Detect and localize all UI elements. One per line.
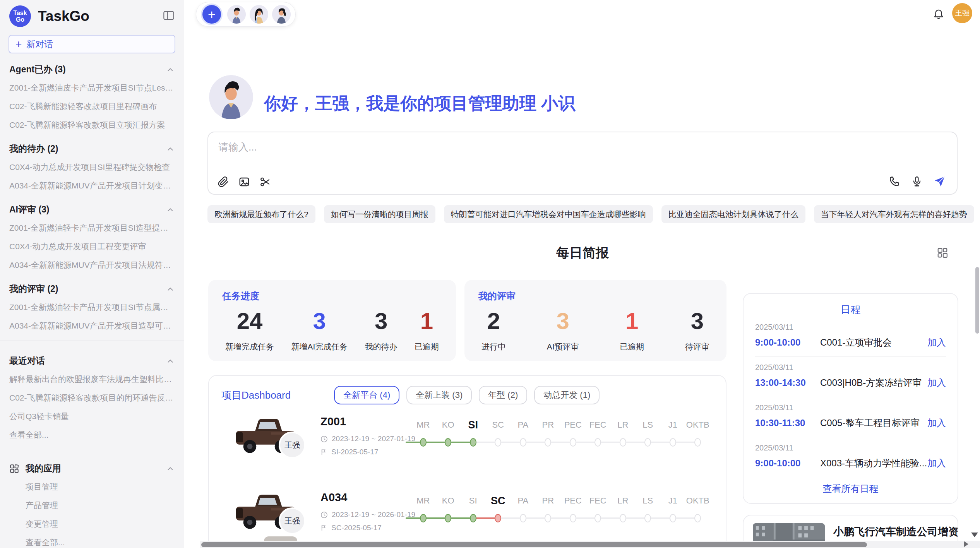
milestone-dot[interactable] bbox=[520, 438, 526, 447]
milestone-dot[interactable] bbox=[620, 438, 626, 447]
suggestion-chip[interactable]: 特朗普可能对进口汽车增税会对中国车企造成哪些影响 bbox=[444, 205, 653, 223]
notifications-bell-icon[interactable] bbox=[933, 9, 944, 20]
milestone-dot[interactable] bbox=[644, 438, 651, 447]
conversation-item[interactable]: C0X4-动力总成开发项目工程变更评审 bbox=[0, 237, 184, 256]
conversation-item[interactable]: C02-飞腾新能源轻客改款项目立项汇报方案 bbox=[0, 116, 184, 134]
conversation-item[interactable]: A034-全新新能源MUV产品开发项目造型可行性评审 bbox=[0, 317, 184, 335]
dashboard-tab[interactable]: 全新上装 (3) bbox=[406, 386, 472, 404]
schedule-line: 13:00-14:30C003|H0B-方案冻结评审加入 bbox=[755, 377, 946, 389]
conversation-item[interactable]: C02-飞腾新能源轻客改款项目里程碑画布 bbox=[0, 97, 184, 116]
milestone-dot[interactable] bbox=[445, 514, 451, 522]
suggestion-chip[interactable]: 当下年轻人对汽车外观有怎样的喜好趋势 bbox=[814, 205, 974, 223]
scissors-icon[interactable] bbox=[259, 176, 271, 188]
milestone-dot[interactable] bbox=[420, 438, 427, 447]
layout-grid-icon[interactable] bbox=[937, 247, 948, 259]
app-sub-item[interactable]: 项目管理 bbox=[0, 478, 184, 496]
section-header-recent[interactable]: 最近对话 bbox=[0, 346, 184, 370]
app-logo-line2: Go bbox=[16, 16, 24, 23]
sidebar-item-my-apps[interactable]: 我的应用 bbox=[0, 456, 184, 478]
section-header-1[interactable]: 我的待办 (2) bbox=[0, 134, 184, 158]
new-chat-button[interactable]: + 新对话 bbox=[9, 35, 175, 53]
vertical-scrollbar-thumb[interactable] bbox=[975, 267, 979, 334]
app-sub-item[interactable]: 产品管理 bbox=[0, 496, 184, 515]
conversation-item[interactable]: A034-全新新能源MUV产品开发项目法规符合性评审 bbox=[0, 256, 184, 274]
milestone-dot[interactable] bbox=[545, 514, 551, 522]
mic-icon[interactable] bbox=[911, 176, 923, 187]
suggestion-chip[interactable]: 如何写一份清晰的项目周报 bbox=[324, 205, 435, 223]
conversation-item[interactable]: 查看全部... bbox=[0, 426, 184, 444]
milestone-dot[interactable] bbox=[520, 514, 526, 522]
conversation-item[interactable]: 公司Q3轻卡销量 bbox=[0, 407, 184, 426]
schedule-time: 9:00-10:00 bbox=[755, 458, 816, 469]
milestone-dot[interactable] bbox=[644, 514, 651, 522]
phone-icon[interactable] bbox=[889, 176, 900, 187]
milestone-label: SI bbox=[460, 494, 486, 507]
conversation-item[interactable]: A034-全新新能源MUV产品开发项目计划变更表编写 bbox=[0, 176, 184, 195]
milestone-dot[interactable] bbox=[470, 514, 476, 522]
milestone-dot[interactable] bbox=[670, 514, 676, 522]
suggestion-chip[interactable]: 比亚迪全固态电池计划具体说了什么 bbox=[661, 205, 805, 223]
sidebar-collapse-icon[interactable] bbox=[163, 10, 175, 21]
join-link[interactable]: 加入 bbox=[927, 377, 946, 389]
milestone-label: PR bbox=[535, 418, 561, 432]
milestone-dot[interactable] bbox=[595, 438, 601, 447]
conversation-item[interactable]: Z001-全新燃油轻卡产品开发项目SI节点属性5D文件评审 bbox=[0, 298, 184, 317]
section-header-2[interactable]: AI评审 (3) bbox=[0, 195, 184, 219]
milestone-dot[interactable] bbox=[445, 438, 451, 447]
attachment-icon[interactable] bbox=[218, 176, 229, 188]
milestone-dot[interactable] bbox=[470, 438, 476, 447]
schedule-date: 2025/03/11 bbox=[755, 363, 946, 372]
milestone-line bbox=[498, 517, 523, 519]
milestone-dot[interactable] bbox=[670, 438, 676, 447]
join-link[interactable]: 加入 bbox=[927, 457, 946, 469]
agent-avatar-woman-long-hair[interactable] bbox=[250, 5, 268, 24]
send-icon[interactable] bbox=[934, 175, 946, 188]
view-all-schedule-link[interactable]: 查看所有日程 bbox=[744, 483, 958, 495]
schedule-item[interactable]: 2025/03/1113:00-14:30C003|H0B-方案冻结评审加入 bbox=[755, 356, 946, 397]
dashboard-tab[interactable]: 动总开发 (1) bbox=[534, 386, 600, 404]
agent-avatar-woman-dark-top[interactable] bbox=[272, 5, 291, 24]
app-sub-item[interactable]: 查看全部... bbox=[0, 533, 184, 548]
project-row-Z001[interactable]: 王强Z0012023-12-19 ~ 2027-01-19SI-2025-05-… bbox=[209, 407, 726, 483]
horizontal-scrollbar-thumb[interactable] bbox=[201, 542, 867, 547]
app-sub-item[interactable]: 变更管理 bbox=[0, 515, 184, 533]
image-icon[interactable] bbox=[238, 176, 250, 188]
user-avatar[interactable]: 王强 bbox=[952, 3, 972, 23]
milestone-label: OKTB bbox=[685, 418, 711, 432]
conversation-item[interactable]: C02-飞腾新能源轻客改款项目的闭环通告反馈情况 bbox=[0, 389, 184, 407]
dashboard-tab[interactable]: 全新平台 (4) bbox=[334, 386, 399, 404]
milestone-dot[interactable] bbox=[595, 514, 601, 522]
milestone-dot[interactable] bbox=[570, 514, 576, 522]
join-link[interactable]: 加入 bbox=[927, 336, 946, 349]
milestone-dot[interactable] bbox=[420, 514, 427, 522]
add-agent-button[interactable]: + bbox=[201, 3, 223, 25]
schedule-item[interactable]: 2025/03/1110:30-11:30C005-整车工程目标评审加入 bbox=[755, 397, 946, 437]
milestone-dot[interactable] bbox=[694, 514, 701, 522]
schedule-item[interactable]: 2025/03/119:00-10:00C001-立项审批会加入 bbox=[755, 317, 946, 356]
conversation-item[interactable]: 解释最新出台的欧盟报废车法规再生塑料比例被调至15%... bbox=[0, 370, 184, 389]
milestone-dot[interactable] bbox=[495, 514, 501, 522]
sidebar: Task Go TaskGo + 新对话 Agent已办 (3)Z001-全新燃… bbox=[0, 0, 184, 548]
milestone-dot[interactable] bbox=[495, 438, 501, 447]
section-header-0[interactable]: Agent已办 (3) bbox=[0, 55, 184, 79]
suggestion-chip[interactable]: 欧洲新规最近颁布了什么? bbox=[207, 205, 315, 223]
milestone-dot[interactable] bbox=[694, 438, 701, 447]
conversation-item[interactable]: Z001-全新燃油皮卡产品开发项目SI节点Lesson Learn报告 bbox=[0, 79, 184, 97]
section-header-3[interactable]: 我的评审 (2) bbox=[0, 274, 184, 298]
agent-avatar-man[interactable] bbox=[227, 5, 246, 24]
milestone-dot[interactable] bbox=[570, 438, 576, 447]
chat-input[interactable] bbox=[218, 139, 838, 156]
milestone-line bbox=[573, 517, 598, 519]
flag-icon bbox=[320, 524, 327, 531]
milestone-label: FEC bbox=[585, 494, 611, 507]
conversation-item[interactable]: Z001-全新燃油轻卡产品开发项目SI造型提交物评审 bbox=[0, 219, 184, 237]
schedule-item[interactable]: 2025/03/119:00-10:00X003-车辆动力学性能验...加入 bbox=[755, 437, 946, 477]
scroll-down-arrow-icon[interactable] bbox=[971, 533, 978, 537]
milestone-dot[interactable] bbox=[545, 438, 551, 447]
dashboard-tab[interactable]: 年型 (2) bbox=[479, 386, 527, 404]
milestone-dot[interactable] bbox=[620, 514, 626, 522]
conversation-item[interactable]: C0X4-动力总成开发项目SI里程碑提交物检查 bbox=[0, 158, 184, 176]
scroll-right-arrow-icon[interactable] bbox=[964, 541, 968, 547]
project-milestone-tag: SI-2025-05-17 bbox=[320, 448, 378, 456]
join-link[interactable]: 加入 bbox=[927, 417, 946, 429]
